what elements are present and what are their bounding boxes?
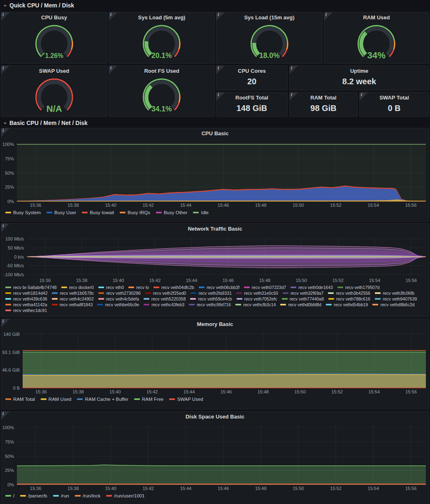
swap-used-gauge[interactable]: N/A xyxy=(1,76,107,114)
legend-item[interactable]: recv eth0 xyxy=(98,285,124,290)
legend-item[interactable]: RAM Free xyxy=(134,397,163,402)
legend-item[interactable]: recv veth3b42556 xyxy=(328,291,370,296)
network-traffic-plot[interactable]: 15:3615:3815:4015:4215:4415:4615:4815:50… xyxy=(1,234,429,284)
panel-title[interactable]: CPU Cores xyxy=(238,66,266,76)
legend-item[interactable]: recv vethcfb3c14 xyxy=(235,302,276,307)
legend-item[interactable]: /parsecfs xyxy=(20,493,47,498)
legend-item[interactable]: recv veth2730286 xyxy=(98,291,140,296)
legend-item[interactable]: recv veth59ce4cb xyxy=(190,296,232,301)
legend-item[interactable]: recv veth9407639 xyxy=(375,296,417,301)
info-icon[interactable]: i xyxy=(1,128,9,136)
legend-item[interactable]: recv veth04dfc2b xyxy=(153,285,194,290)
panel-title[interactable]: CPU Basic xyxy=(1,128,429,138)
row-header-basic[interactable]: Basic CPU / Mem / Net / Disk xyxy=(0,118,88,128)
root-fs-used-gauge[interactable]: 34.1% xyxy=(109,76,214,114)
info-icon[interactable]: i xyxy=(1,319,9,327)
legend-swatch-icon xyxy=(46,212,52,213)
legend-item[interactable]: /run xyxy=(53,493,69,498)
legend-item[interactable]: Busy Iowait xyxy=(82,210,114,215)
legend-item[interactable]: recv vethec1dc91 xyxy=(5,308,47,313)
legend-item[interactable]: /run/lock xyxy=(75,493,100,498)
panel-title[interactable]: CPU Busy xyxy=(1,12,107,22)
info-icon[interactable]: i xyxy=(1,224,9,232)
legend-item[interactable]: recv veth3fc06fb xyxy=(375,291,414,296)
info-icon[interactable]: i xyxy=(216,92,225,101)
legend-item[interactable]: recv vetha8f1843 xyxy=(52,302,93,307)
memory-basic-plot[interactable]: 15:3615:3815:4015:4215:4415:4615:4815:50… xyxy=(1,329,429,395)
x-tick-label: 15:54 xyxy=(369,278,381,283)
legend-item[interactable]: recv veth1814d42 xyxy=(5,291,47,296)
legend-item[interactable]: recv veth06cbb3f xyxy=(199,285,239,290)
info-icon[interactable]: i xyxy=(1,12,9,21)
info-icon[interactable]: i xyxy=(109,66,117,74)
legend-item[interactable]: Busy Other xyxy=(156,210,188,215)
disk-space-plot[interactable]: 15:3615:3815:4015:4215:4415:4615:4815:50… xyxy=(1,421,429,492)
info-icon[interactable]: i xyxy=(360,92,368,101)
legend-item[interactable]: recv veth0de1643 xyxy=(291,285,332,290)
panel-title[interactable]: Network Traffic Basic xyxy=(1,224,429,234)
legend-item[interactable]: recv veth77440a8 xyxy=(282,296,324,301)
legend-item[interactable]: Busy System xyxy=(5,210,41,215)
panel-title[interactable]: Memory Basic xyxy=(1,319,429,329)
legend-item[interactable]: recv docker0 xyxy=(61,285,94,290)
info-icon[interactable]: i xyxy=(324,12,332,21)
legend-item[interactable]: Busy User xyxy=(46,210,76,215)
info-icon[interactable]: i xyxy=(290,92,298,101)
legend-label: recv veth4c5defa xyxy=(106,296,139,301)
legend-item[interactable]: recv veth1b0578c xyxy=(52,291,94,296)
info-icon[interactable]: i xyxy=(1,412,9,420)
legend-item[interactable]: RAM Total xyxy=(5,397,35,402)
panel-title[interactable]: RAM Used xyxy=(324,12,429,22)
legend-item[interactable]: /run/user/1001 xyxy=(106,493,144,498)
panel-title[interactable]: RootFS Total xyxy=(235,92,268,102)
cpu-basic-plot[interactable]: 15:3615:3815:4015:4215:4415:4615:4815:50… xyxy=(1,138,429,209)
legend-item[interactable]: recv lo xyxy=(128,285,149,290)
legend-item[interactable]: recv veth31e0c50 xyxy=(236,291,278,296)
panel-title[interactable]: SWAP Used xyxy=(1,66,107,76)
legend-item[interactable]: recv veth4c5defa xyxy=(98,296,139,301)
legend-item[interactable]: recv veth788c616 xyxy=(328,296,370,301)
legend-item[interactable]: recv vethd0bfd8d xyxy=(280,302,321,307)
panel-title[interactable]: Root FS Used xyxy=(109,66,214,76)
legend-label: recv vethc99d716 xyxy=(197,302,231,307)
legend-item[interactable]: recv veth2f25ed0 xyxy=(145,291,186,296)
legend-item[interactable]: Busy IRQs xyxy=(120,210,150,215)
legend-item[interactable]: recv br-5a6ab4b74748 xyxy=(5,285,57,290)
row-header-quick[interactable]: Quick CPU / Mem / Disk xyxy=(0,0,74,11)
panel-title[interactable]: SWAP Total xyxy=(379,92,409,102)
panel-title[interactable]: Sys Load (15m avg) xyxy=(216,12,322,22)
legend-item[interactable]: recv veth07223d7 xyxy=(244,285,286,290)
ram-used-gauge[interactable]: 34% xyxy=(324,22,429,61)
legend-item[interactable]: recv vethc99d716 xyxy=(189,302,231,307)
sys-load-5m-gauge[interactable]: 20.1% xyxy=(109,22,214,61)
legend-item[interactable]: recv veth4c34902 xyxy=(52,296,94,301)
legend-item[interactable]: recv veth32f69a7 xyxy=(283,291,324,296)
panel-title[interactable]: Disk Space Used Basic xyxy=(1,412,429,421)
legend-swatch-icon xyxy=(237,298,242,300)
legend-item[interactable]: recv veth439c636 xyxy=(5,296,47,301)
info-icon[interactable]: i xyxy=(216,66,225,74)
info-icon[interactable]: i xyxy=(290,66,298,74)
legend-item[interactable]: / xyxy=(5,493,14,498)
sys-load-15m-gauge[interactable]: 18.0% xyxy=(216,22,322,61)
legend-item[interactable]: recv veth7052efc xyxy=(237,296,277,301)
legend-item[interactable]: recv veth2fa9331 xyxy=(191,291,232,296)
legend-item[interactable]: recv vethd8b6c2d xyxy=(372,302,414,307)
legend-item[interactable]: recv vethbe66c9e xyxy=(97,302,139,307)
panel-title[interactable]: Uptime xyxy=(350,66,368,76)
legend-item[interactable]: Idle xyxy=(193,210,209,215)
legend-item[interactable]: recv vethc43feb3 xyxy=(144,302,184,307)
legend-item[interactable]: RAM Used xyxy=(41,397,72,402)
legend-item[interactable]: recv veth5220358 xyxy=(144,296,186,301)
info-icon[interactable]: i xyxy=(109,12,117,21)
panel-title[interactable]: Sys Load (5m avg) xyxy=(109,12,214,22)
panel-title[interactable]: RAM Total xyxy=(310,92,336,102)
info-icon[interactable]: i xyxy=(1,66,9,74)
legend-item[interactable]: SWAP Used xyxy=(169,397,203,402)
legend-item[interactable]: recv vethd54bb19 xyxy=(326,302,368,307)
legend-item[interactable]: RAM Cache + Buffer xyxy=(77,397,128,402)
legend-item[interactable]: recv veth179507d xyxy=(337,285,379,290)
legend-item[interactable]: recv vetha41142a xyxy=(5,302,47,307)
info-icon[interactable]: i xyxy=(216,12,225,21)
cpu-busy-gauge[interactable]: 1.26% xyxy=(1,22,107,61)
